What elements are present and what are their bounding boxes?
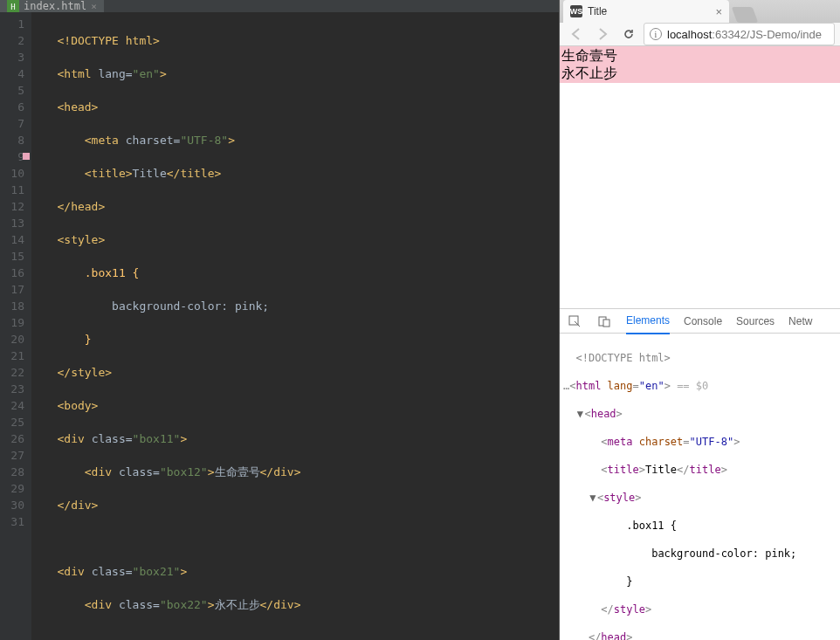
devtools-tabbar: Elements Console Sources Netw <box>560 309 840 334</box>
browser-panel: WS Title × i localhost:63342/JS-Demo/ind… <box>559 0 840 640</box>
back-button[interactable] <box>565 23 588 45</box>
favicon-icon: WS <box>570 5 582 17</box>
close-icon[interactable]: × <box>715 5 722 18</box>
browser-tabstrip: WS Title × <box>560 0 840 23</box>
code-editor[interactable]: 12345 678910 1112131415 1617181920 21222… <box>0 12 559 640</box>
box22-text: 永不止步 <box>560 65 840 82</box>
gutter-color-marker <box>23 153 30 160</box>
svg-rect-6 <box>603 320 609 327</box>
tab-elements[interactable]: Elements <box>626 308 670 334</box>
page-viewport: 生命壹号 永不止步 <box>560 46 840 308</box>
forward-button[interactable] <box>591 23 614 45</box>
device-icon[interactable] <box>596 313 612 329</box>
box11: 生命壹号 永不止步 <box>560 46 840 83</box>
tab-network[interactable]: Netw <box>788 309 812 334</box>
url-domain: localhost <box>667 28 712 41</box>
line-gutter: 12345 678910 1112131415 1617181920 21222… <box>0 12 31 640</box>
svg-text:H: H <box>10 3 15 11</box>
selected-node-indicator: == $0 <box>677 380 708 392</box>
box12-text: 生命壹号 <box>560 47 840 65</box>
address-bar[interactable]: i localhost:63342/JS-Demo/inde <box>644 23 835 45</box>
html-file-icon: H <box>7 0 19 12</box>
new-tab-button[interactable] <box>732 7 759 23</box>
tab-sources[interactable]: Sources <box>736 309 775 334</box>
info-icon[interactable]: i <box>650 28 662 40</box>
editor-tabbar: H index.html × <box>0 0 559 12</box>
reload-button[interactable] <box>617 23 640 45</box>
code-area[interactable]: <!DOCTYPE html> <html lang="en"> <head> … <box>31 12 559 640</box>
tabbar-empty <box>104 0 559 12</box>
browser-tab[interactable]: WS Title × <box>563 0 729 23</box>
inspect-icon[interactable] <box>567 313 582 329</box>
devtools-dom-tree[interactable]: <!DOCTYPE html> …<html lang="en"> == $0 … <box>560 334 840 640</box>
ide-panel: H index.html × 12345 678910 1112131415 1… <box>0 0 559 640</box>
editor-tab-index-html[interactable]: H index.html × <box>0 0 104 12</box>
code-token: <!DOCTYPE html> <box>57 34 159 47</box>
close-icon[interactable]: × <box>91 1 97 12</box>
browser-toolbar: i localhost:63342/JS-Demo/inde <box>560 23 840 46</box>
url-path: /JS-Demo/inde <box>747 28 822 41</box>
browser-tab-title: Title <box>588 5 607 17</box>
url-port: :63342 <box>712 28 747 41</box>
devtools-panel: Elements Console Sources Netw <!DOCTYPE … <box>560 308 840 640</box>
tab-console[interactable]: Console <box>684 309 722 334</box>
tab-filename: index.html <box>24 0 86 12</box>
